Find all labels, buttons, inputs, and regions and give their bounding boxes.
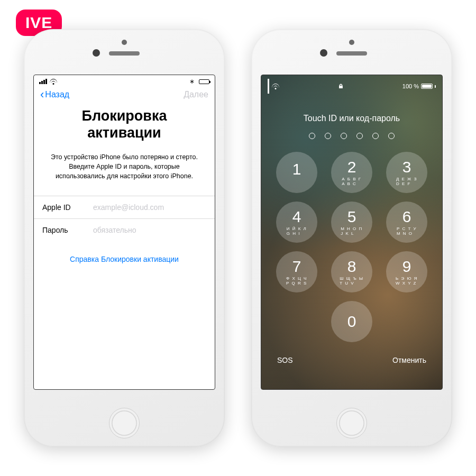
phone-left: ∗ ‹ Назад Далее Блокировка активации Это… xyxy=(24,29,225,447)
battery-status: 100 % xyxy=(402,83,436,89)
apple-id-placeholder: example@icloud.com xyxy=(93,203,164,212)
keypad-digit: 1 xyxy=(292,161,301,177)
keypad: 1 2А Б В ГA B C3Д Е Ж ЗD E F4И Й К ЛG H … xyxy=(261,152,442,342)
status-bar: 🔒︎ 100 % xyxy=(261,75,442,96)
activation-lock-screen: ∗ ‹ Назад Далее Блокировка активации Это… xyxy=(33,75,215,390)
password-field[interactable]: Пароль обязательно xyxy=(34,218,215,241)
sensor-dot xyxy=(349,40,354,45)
cancel-button[interactable]: Отменить xyxy=(392,356,426,364)
passcode-dots xyxy=(261,133,442,139)
keypad-sub: Ш Щ Ъ ЫT U V xyxy=(340,276,363,286)
wifi-icon xyxy=(272,84,279,89)
sensor-dot xyxy=(122,40,127,45)
keypad-digit: 9 xyxy=(402,259,411,274)
bottom-bar: SOS Отменить xyxy=(261,342,442,364)
lock-icon: 🔒︎ xyxy=(338,83,344,89)
home-button[interactable] xyxy=(336,408,367,438)
keypad-sub: А Б В ГA B C xyxy=(342,177,361,186)
keypad-digit: 6 xyxy=(402,209,411,225)
next-button-disabled: Далее xyxy=(184,90,208,99)
keypad-digit: 8 xyxy=(347,259,356,274)
bluetooth-icon: ∗ xyxy=(189,78,195,85)
keypad-7[interactable]: 7Ф Х Ц ЧP Q R S xyxy=(276,251,317,292)
passcode-title: Touch ID или код-пароль xyxy=(261,114,442,123)
back-button[interactable]: ‹ Назад xyxy=(40,90,69,99)
home-button[interactable] xyxy=(109,408,140,438)
keypad-9[interactable]: 9Ь Э Ю ЯW X Y Z xyxy=(386,251,427,292)
keypad-digit: 4 xyxy=(292,209,301,225)
signal-icon xyxy=(39,79,47,84)
front-camera xyxy=(320,49,327,57)
battery-text: 100 % xyxy=(402,83,419,89)
status-bar: ∗ xyxy=(34,75,215,87)
keypad-sub: Д Е Ж ЗD E F xyxy=(396,177,417,186)
keypad-5[interactable]: 5М Н О ПJ K L xyxy=(331,202,372,243)
back-label: Назад xyxy=(45,90,69,99)
page-title: Блокировка активации xyxy=(34,105,215,152)
description-text: Это устройство iPhone было потеряно и ст… xyxy=(34,152,215,196)
nav-bar: ‹ Назад Далее xyxy=(34,87,215,105)
apple-id-field[interactable]: Apple ID example@icloud.com xyxy=(34,196,215,218)
keypad-digit: 0 xyxy=(347,314,356,329)
keypad-8[interactable]: 8Ш Щ Ъ ЫT U V xyxy=(331,251,372,292)
keypad-6[interactable]: 6Р С Т УM N O xyxy=(386,202,427,243)
battery-icon xyxy=(421,84,433,89)
phone-right: 🔒︎ 100 % Touch ID или код-пароль 1 2А Б … xyxy=(251,29,452,447)
speaker xyxy=(336,51,367,56)
wifi-icon xyxy=(50,79,57,84)
sos-button[interactable]: SOS xyxy=(277,356,293,364)
keypad-2[interactable]: 2А Б В ГA B C xyxy=(331,152,372,193)
keypad-digit: 5 xyxy=(347,209,356,225)
speaker xyxy=(109,51,140,56)
keypad-sub: И Й К ЛG H I xyxy=(287,226,307,236)
keypad-sub xyxy=(296,179,298,184)
passcode-screen: 🔒︎ 100 % Touch ID или код-пароль 1 2А Б … xyxy=(261,75,443,390)
password-label: Пароль xyxy=(42,226,84,234)
keypad-sub: Ь Э Ю ЯW X Y Z xyxy=(396,276,418,286)
keypad-sub: Р С Т УM N O xyxy=(397,226,417,236)
keypad-3[interactable]: 3Д Е Ж ЗD E F xyxy=(386,152,427,193)
keypad-digit: 2 xyxy=(347,159,356,175)
keypad-1[interactable]: 1 xyxy=(276,152,317,193)
front-camera xyxy=(93,49,100,57)
keypad-digit: 3 xyxy=(402,159,411,175)
keypad-sub: Ф Х Ц ЧP Q R S xyxy=(286,276,307,286)
signal-icon xyxy=(268,79,269,94)
battery-icon xyxy=(199,79,209,84)
activation-lock-help-link[interactable]: Справка Блокировки активации xyxy=(34,241,215,277)
password-placeholder: обязательно xyxy=(93,226,136,234)
apple-id-label: Apple ID xyxy=(42,203,84,212)
keypad-sub: М Н О ПJ K L xyxy=(341,226,363,236)
keypad-4[interactable]: 4И Й К ЛG H I xyxy=(276,202,317,243)
keypad-digit: 7 xyxy=(292,259,301,274)
keypad-0[interactable]: 0 xyxy=(331,301,372,342)
